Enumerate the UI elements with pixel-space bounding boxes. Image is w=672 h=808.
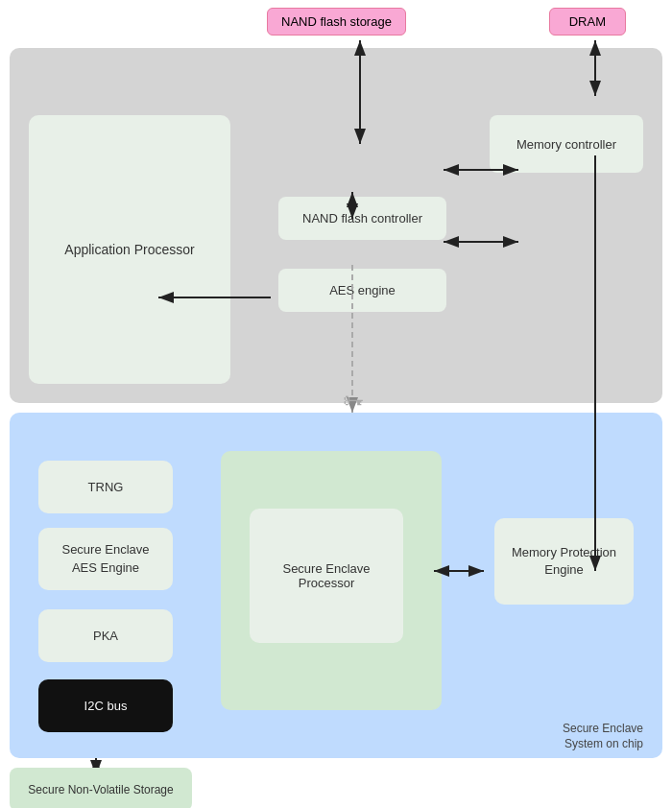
soc-area: TRNG Secure EnclaveAES Engine PKA I2C bu…: [10, 413, 662, 758]
nand-flash-controller-box: NAND flash controller: [278, 197, 446, 240]
nand-flash-storage-label: NAND flash storage: [281, 14, 392, 29]
secure-enclave-processor-label: Secure EnclaveProcessor: [282, 561, 370, 590]
main-gray-area: Application Processor Memory controller …: [10, 48, 662, 403]
snvs-box: Secure Non-Volatile Storage: [10, 768, 192, 808]
soc-label: System on chip: [564, 737, 643, 750]
nand-flash-storage-box: NAND flash storage: [267, 8, 406, 36]
memory-controller-box: Memory controller: [490, 115, 643, 173]
se-aes-engine-box: Secure EnclaveAES Engine: [38, 528, 173, 590]
se-aes-engine-label: Secure EnclaveAES Engine: [61, 541, 149, 576]
dram-box: DRAM: [549, 8, 626, 36]
pka-label: PKA: [93, 629, 118, 643]
aes-engine-label: AES engine: [329, 283, 396, 297]
memory-protection-engine-box: Memory ProtectionEngine: [494, 518, 634, 605]
i2c-bus-label: I2C bus: [84, 699, 128, 713]
app-processor-box: Application Processor: [29, 115, 230, 384]
secure-enclave-label: Secure Enclave: [563, 722, 643, 735]
aes-engine-box: AES engine: [278, 269, 446, 312]
secure-enclave-inner: Secure EnclaveProcessor: [221, 451, 442, 710]
memory-controller-label: Memory controller: [516, 137, 616, 152]
nand-flash-controller-label: NAND flash controller: [302, 211, 422, 226]
memory-protection-engine-label: Memory ProtectionEngine: [512, 544, 616, 579]
app-processor-label: Application Processor: [64, 242, 194, 257]
trng-box: TRNG: [38, 461, 173, 513]
trng-label: TRNG: [88, 480, 124, 494]
secure-enclave-processor-box: Secure EnclaveProcessor: [250, 509, 403, 643]
snvs-label: Secure Non-Volatile Storage: [28, 783, 173, 796]
dram-label: DRAM: [569, 14, 606, 29]
i2c-bus-box: I2C bus: [38, 679, 173, 732]
pka-box: PKA: [38, 609, 173, 662]
diagram-container: NAND flash storage DRAM Application Proc…: [0, 0, 672, 808]
